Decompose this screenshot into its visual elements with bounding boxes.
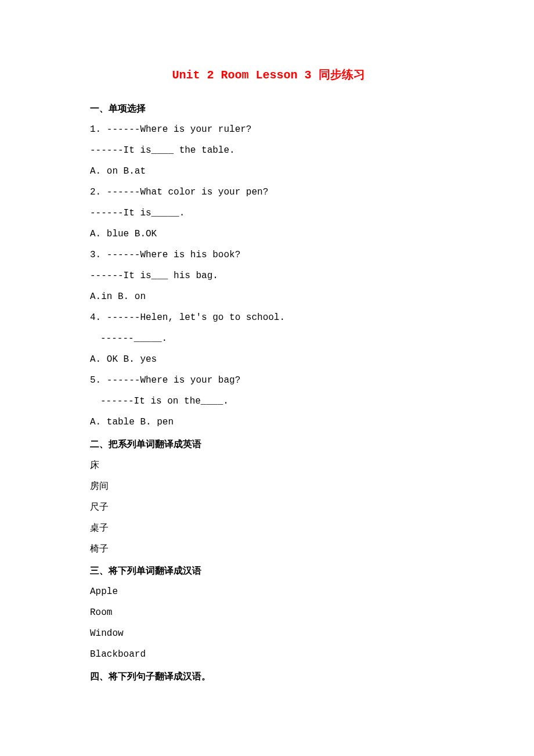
q4-options: A. OK B. yes (90, 352, 447, 366)
q1-follow: ------It is____ the table. (90, 143, 447, 157)
section-1-heading: 一、单项选择 (90, 102, 447, 116)
q3-follow: ------It is___ his bag. (90, 269, 447, 283)
page: Unit 2 Room Lesson 3 同步练习 一、单项选择 1. ----… (0, 0, 534, 756)
q2-follow: ------It is_____. (90, 206, 447, 220)
s2-word-2: 房间 (90, 479, 447, 493)
s2-word-5: 椅子 (90, 542, 447, 556)
q1-options: A. on B.at (90, 164, 447, 178)
q5-prompt: 5. ------Where is your bag? (90, 373, 447, 387)
q1-prompt: 1. ------Where is your ruler? (90, 123, 447, 136)
q3-prompt: 3. ------Where is his book? (90, 248, 447, 262)
q5-follow: ------It is on the____. (90, 394, 447, 408)
q3-options: A.in B. on (90, 290, 447, 304)
s2-word-1: 床 (90, 458, 447, 472)
document-title: Unit 2 Room Lesson 3 同步练习 (90, 67, 447, 84)
section-3-heading: 三、将下列单词翻译成汉语 (90, 564, 447, 578)
s2-word-3: 尺子 (90, 500, 447, 514)
q5-options: A. table B. pen (90, 415, 447, 429)
s3-word-2: Room (90, 606, 447, 620)
section-2-heading: 二、把系列单词翻译成英语 (90, 437, 447, 451)
s3-word-1: Apple (90, 585, 447, 599)
q2-options: A. blue B.OK (90, 227, 447, 241)
section-4-heading: 四、将下列句子翻译成汉语。 (90, 669, 447, 683)
q4-prompt: 4. ------Helen, let's go to school. (90, 311, 447, 325)
q2-prompt: 2. ------What color is your pen? (90, 185, 447, 199)
s3-word-3: Window (90, 627, 447, 640)
s2-word-4: 桌子 (90, 521, 447, 535)
s3-word-4: Blackboard (90, 647, 447, 661)
q4-follow: ------_____. (90, 332, 447, 345)
